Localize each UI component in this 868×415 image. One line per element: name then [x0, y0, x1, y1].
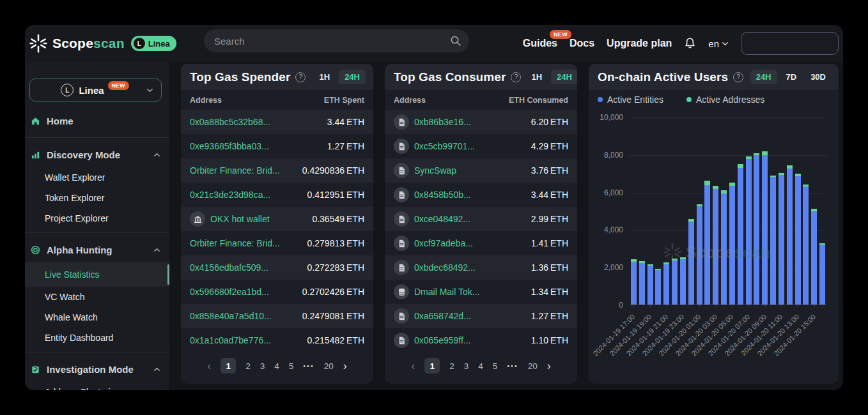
chart-bar[interactable]	[754, 153, 759, 305]
nav-guides[interactable]: NEW Guides	[523, 38, 557, 49]
pagination-page-3[interactable]: 3	[260, 361, 265, 371]
help-icon[interactable]: ?	[295, 72, 306, 82]
pagination-page-2[interactable]: 2	[449, 361, 454, 371]
help-icon[interactable]: ?	[511, 72, 521, 82]
sidebar-item-wallet-explorer[interactable]: Wallet Explorer	[25, 167, 169, 188]
sidebar-item-entity-dashboard[interactable]: Entity Dashboard	[25, 328, 169, 348]
search-icon[interactable]	[450, 35, 461, 47]
range-button-30d[interactable]: 30D	[805, 70, 831, 84]
address-link[interactable]: 0xce048492...	[414, 214, 470, 224]
address-link[interactable]: 0x1a1c0ad7be776...	[190, 335, 271, 345]
pagination-page-3[interactable]: 3	[464, 361, 469, 371]
chart-bar[interactable]	[713, 186, 718, 305]
chart-bar[interactable]	[655, 269, 661, 305]
chart-bar[interactable]	[787, 165, 793, 305]
sidebar-chain-selector[interactable]: L Linea NEW	[29, 79, 162, 102]
address-link[interactable]: 0x8458b50b...	[414, 190, 471, 200]
range-button-7d[interactable]: 7D	[781, 70, 802, 84]
chart-bar[interactable]	[639, 261, 645, 305]
sidebar-item-project-explorer[interactable]: Project Explorer	[25, 208, 169, 229]
chart-bar[interactable]	[738, 164, 743, 305]
sidebar-item-vc-watch[interactable]: VC Watch	[25, 287, 169, 307]
address-link[interactable]: Dmail Mail Tok...	[414, 287, 479, 297]
chart-bar[interactable]	[697, 204, 702, 305]
chart-bar[interactable]	[819, 243, 825, 305]
address-link[interactable]: 0xa658742d...	[414, 311, 471, 321]
nav-docs[interactable]: Docs	[570, 38, 594, 49]
help-icon[interactable]: ?	[733, 72, 743, 82]
pagination-page-1[interactable]: 1	[221, 358, 236, 374]
range-button-1h[interactable]: 1H	[526, 70, 547, 84]
chart-bar[interactable]	[672, 259, 678, 305]
chart-bar[interactable]	[762, 151, 768, 305]
address-link[interactable]: 0x065e959ff...	[414, 335, 470, 345]
sidebar-item-address-clustering[interactable]: Address Clustering	[25, 382, 169, 390]
sidebar-section-discovery-mode[interactable]: Discovery Mode	[25, 142, 169, 167]
search-bar[interactable]	[204, 29, 469, 52]
address-link[interactable]: Orbiter Finance: Brid...	[190, 165, 280, 176]
pagination-page-1[interactable]: 1	[424, 358, 440, 374]
nav-upgrade-plan[interactable]: Upgrade plan	[607, 38, 672, 49]
table-body: 0x0a88bc5c32b68...3.44ETH0xe93685f3bba03…	[181, 110, 373, 352]
address-link[interactable]: 0xbdec68492...	[414, 262, 476, 273]
pagination-page-2[interactable]: 2	[245, 361, 251, 371]
address-link[interactable]: OKX hot wallet	[210, 214, 270, 224]
bar-segment-active-entities	[746, 159, 752, 305]
pagination-page-20[interactable]: 20	[528, 361, 538, 371]
address-link[interactable]: 0xe93685f3bba03...	[190, 141, 269, 151]
address-link[interactable]: Orbiter Finance: Brid...	[190, 238, 280, 248]
range-button-1h[interactable]: 1H	[314, 70, 336, 84]
address-link[interactable]: 0xcf97adeba...	[414, 238, 473, 248]
address-cell: Orbiter Finance: Brid...	[190, 238, 280, 248]
range-button-24h[interactable]: 24H	[339, 70, 366, 84]
address-link[interactable]: SyncSwap	[414, 165, 456, 176]
bar-segment-active-entities	[631, 262, 637, 305]
chart-bar[interactable]	[803, 185, 809, 305]
address-link[interactable]: 0xb86b3e16...	[414, 117, 471, 127]
brand-logo-group[interactable]: Scopescan L Linea	[29, 34, 176, 53]
address-link[interactable]: 0x858e40a7a5d10...	[190, 311, 272, 321]
pagination-page-4[interactable]: 4	[478, 361, 483, 371]
chart-bar[interactable]	[729, 183, 735, 305]
address-link[interactable]: 0x0a88bc5c32b68...	[190, 117, 270, 127]
chart-bar[interactable]	[663, 262, 669, 305]
sidebar-item-whale-watch[interactable]: Whale Watch	[25, 307, 169, 328]
chart-bar[interactable]	[680, 257, 686, 305]
address-cell: OKX hot wallet	[190, 211, 270, 227]
sidebar-section-alpha-hunting[interactable]: Alpha Hunting	[25, 237, 169, 262]
pagination-prev-button[interactable]: ‹	[207, 360, 211, 372]
chart-bar[interactable]	[631, 259, 637, 305]
address-link[interactable]: 0x21c3de23d98ca...	[190, 190, 270, 200]
range-button-24h[interactable]: 24H	[551, 70, 577, 84]
address-link[interactable]: 0xc5cb99701...	[414, 141, 475, 151]
sidebar-section-investigation-mode[interactable]: Investigation Mode	[25, 356, 169, 382]
address-link[interactable]: 0x4156edbafc509...	[190, 262, 268, 273]
pagination-page-4[interactable]: 4	[274, 361, 279, 371]
chart-bar[interactable]	[746, 156, 752, 305]
chart-bar[interactable]	[721, 190, 727, 305]
search-input[interactable]	[214, 36, 450, 47]
legend-item-active-entities[interactable]: Active Entities	[598, 94, 663, 105]
address-link[interactable]: 0x596680f2ea1bd...	[190, 287, 269, 297]
chart-bar[interactable]	[704, 181, 710, 305]
chart-bar[interactable]	[647, 264, 653, 305]
chart-bar[interactable]	[795, 174, 801, 305]
language-selector[interactable]: en	[708, 38, 729, 49]
pagination-next-button[interactable]: ›	[343, 360, 347, 372]
pagination-prev-button[interactable]: ‹	[411, 360, 415, 372]
chart-bar[interactable]	[779, 173, 784, 305]
pagination-page-5[interactable]: 5	[289, 361, 294, 371]
chart-bar[interactable]	[770, 176, 776, 305]
pagination-next-button[interactable]: ›	[547, 360, 551, 372]
range-button-24h[interactable]: 24H	[750, 70, 777, 84]
bell-icon[interactable]	[684, 37, 696, 50]
pagination-page-20[interactable]: 20	[324, 361, 334, 371]
pagination-page-5[interactable]: 5	[493, 361, 498, 371]
chart-bar[interactable]	[688, 219, 694, 305]
sidebar-section-home[interactable]: Home	[25, 108, 169, 133]
sidebar-item-live-statistics[interactable]: Live Statistics	[25, 262, 169, 287]
chart-bar[interactable]	[811, 209, 817, 305]
outlined-action-button[interactable]	[741, 32, 839, 55]
sidebar-item-token-explorer[interactable]: Token Explorer	[25, 188, 169, 208]
legend-item-active-addresses[interactable]: Active Addresses	[686, 94, 764, 105]
